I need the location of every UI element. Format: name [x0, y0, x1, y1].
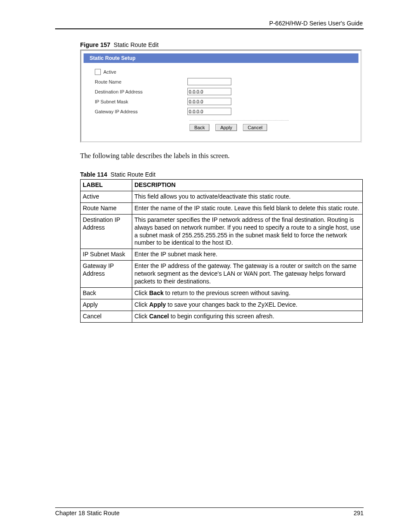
th-desc: DESCRIPTION: [132, 180, 363, 191]
cell-label: IP Subnet Mask: [81, 249, 132, 261]
table-header-row: LABEL DESCRIPTION: [81, 180, 363, 191]
running-header: P-662H/HW-D Series User's Guide: [55, 20, 364, 27]
cell-desc: This field allows you to activate/deacti…: [132, 191, 363, 202]
th-label: LABEL: [81, 180, 132, 191]
dest-ip-row: Destination IP Address: [95, 87, 347, 96]
cell-desc: Enter the name of the IP static route. L…: [132, 202, 363, 214]
dest-ip-input[interactable]: [187, 88, 231, 95]
table-caption-text: Static Route Edit: [111, 171, 156, 178]
cell-desc: Enter the IP subnet mask here.: [132, 249, 363, 261]
table-row: Back Click Back to return to the previou…: [81, 287, 363, 299]
button-row: Back Apply Cancel: [190, 124, 347, 131]
cell-label: Destination IP Address: [81, 214, 132, 249]
active-row: Active: [95, 67, 347, 76]
table-caption: Table 114 Static Route Edit: [55, 171, 364, 178]
panel-title: Static Route Setup: [84, 53, 358, 63]
route-name-row: Route Name: [95, 77, 347, 86]
dotted-separator: [190, 120, 289, 121]
cell-label: Active: [81, 191, 132, 202]
body-paragraph: The following table describes the labels…: [80, 152, 364, 160]
static-route-setup-panel: Static Route Setup Active Route Name Des…: [84, 53, 358, 137]
table-row: Active This field allows you to activate…: [81, 191, 363, 202]
table-row: Gateway IP Address Enter the IP address …: [81, 261, 363, 288]
cell-label: Back: [81, 287, 132, 299]
cell-label: Cancel: [81, 311, 132, 322]
cancel-button[interactable]: Cancel: [243, 124, 267, 131]
footer-rule: [55, 507, 364, 508]
cell-desc: Click Back to return to the previous scr…: [132, 287, 363, 299]
cell-label: Route Name: [81, 202, 132, 214]
header-rule: [55, 28, 364, 29]
figure-caption-label: Figure 157: [80, 41, 110, 48]
table-row: Cancel Click Cancel to begin configuring…: [81, 311, 363, 322]
table-row: Route Name Enter the name of the IP stat…: [81, 202, 363, 214]
subnet-label: IP Subnet Mask: [95, 99, 187, 104]
cell-desc: Click Cancel to begin configuring this s…: [132, 311, 363, 322]
cell-desc: Click Apply to save your changes back to…: [132, 299, 363, 311]
cell-desc: Enter the IP address of the gateway. The…: [132, 261, 363, 288]
gateway-input[interactable]: [187, 108, 231, 115]
table-row: IP Subnet Mask Enter the IP subnet mask …: [81, 249, 363, 261]
subnet-input[interactable]: [187, 98, 231, 105]
page-footer: Chapter 18 Static Route 291: [55, 507, 364, 516]
apply-button[interactable]: Apply: [215, 124, 237, 131]
footer-chapter: Chapter 18 Static Route: [55, 510, 119, 516]
figure-caption: Figure 157 Static Route Edit: [55, 41, 364, 48]
form-area: Active Route Name Destination IP Address…: [84, 63, 358, 137]
cell-desc: This parameter specifies the IP network …: [132, 214, 363, 249]
subnet-row: IP Subnet Mask: [95, 97, 347, 106]
table-row: Apply Click Apply to save your changes b…: [81, 299, 363, 311]
dest-ip-label: Destination IP Address: [95, 89, 187, 94]
screenshot-frame: Static Route Setup Active Route Name Des…: [80, 50, 362, 143]
gateway-row: Gateway IP Address: [95, 107, 347, 116]
route-name-input[interactable]: [187, 78, 231, 85]
active-checkbox[interactable]: [95, 69, 101, 75]
table-caption-label: Table 114: [80, 171, 107, 178]
back-button[interactable]: Back: [190, 124, 209, 131]
figure-caption-text: Static Route Edit: [114, 41, 159, 48]
description-table: LABEL DESCRIPTION Active This field allo…: [80, 179, 363, 323]
table-row: Destination IP Address This parameter sp…: [81, 214, 363, 249]
route-name-label: Route Name: [95, 79, 187, 84]
active-label: Active: [103, 69, 116, 75]
footer-page-number: 291: [354, 510, 364, 516]
cell-label: Apply: [81, 299, 132, 311]
cell-label: Gateway IP Address: [81, 261, 132, 288]
gateway-label: Gateway IP Address: [95, 109, 187, 114]
screenshot-inner: Static Route Setup Active Route Name Des…: [81, 50, 361, 142]
